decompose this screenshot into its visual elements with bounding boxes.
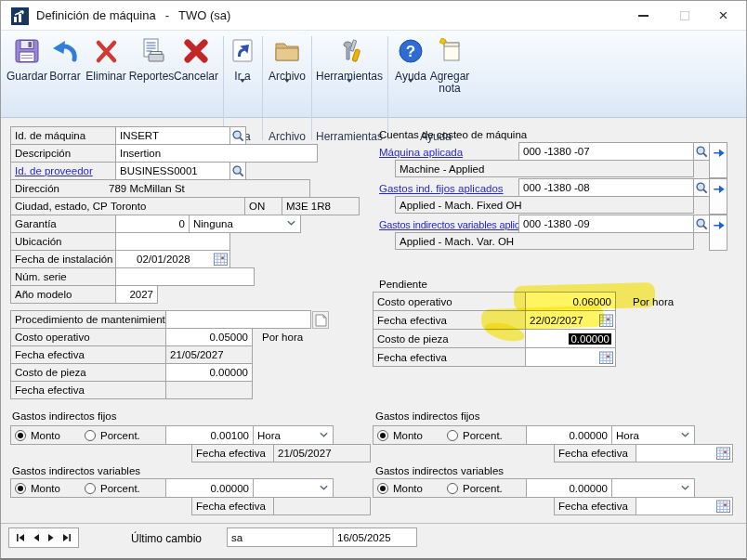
warranty-period-dropdown[interactable]: Ninguna [189,215,301,233]
description-label: Descripción [10,144,116,163]
var-oh-eff-label-left: Fecha efectiva [191,497,274,515]
calendar-icon[interactable] [214,253,228,266]
vendor-id-lookup-button[interactable] [229,162,246,180]
fixed-oh-unit-dropdown-left[interactable]: Hora [253,425,334,445]
eff-date2-label: Fecha efectiva [10,381,166,399]
cancel-button[interactable]: Cancelar [172,34,220,114]
next-record-icon[interactable] [46,532,57,543]
pending-op-cost-value: 0.06000 [572,296,611,307]
account-goto-button[interactable] [709,142,727,178]
piece-cost-field[interactable]: 0.00000 [165,363,253,382]
account-link-fixed-oh[interactable]: Gastos ind. fijos aplicados [379,183,504,194]
account-number-field[interactable]: 000 -1380 -09 [518,215,694,233]
install-date-label: Fecha de instalación [10,250,116,268]
statusbar-divider [1,523,746,524]
var-oh-value-field-right[interactable]: 0.00000 [526,478,612,498]
pending-eff-date-field[interactable]: 22/02/2027 [525,310,616,330]
var-oh-unit-dropdown-left[interactable] [253,478,334,498]
previous-record-icon[interactable] [31,532,42,543]
pending-piece-cost-field[interactable]: 0.00000 [525,329,616,348]
model-year-label-text: Año modelo [15,289,72,300]
calendar-icon[interactable] [716,447,730,460]
calendar-icon[interactable] [716,500,730,513]
add-note-button[interactable]: Agregarnota [425,34,475,114]
pending-eff-date2-field[interactable] [525,347,616,367]
account-goto-button[interactable] [709,178,727,215]
goto-button[interactable]: Ir a [226,34,259,114]
var-oh-eff-field-right[interactable] [636,497,733,515]
account-number-field[interactable]: 000 -1380 -08 [518,178,694,197]
porcent-radio[interactable] [447,430,458,441]
delete-button[interactable]: Eliminar [83,34,129,114]
reports-label: Reportes [127,71,176,83]
monto-radio-selected[interactable] [377,483,388,494]
state-value: ON [249,201,265,212]
monto-radio-selected[interactable] [15,483,26,494]
var-oh-unit-dropdown-right[interactable] [611,478,695,498]
serial-field[interactable] [115,267,255,286]
first-record-icon[interactable] [15,532,26,543]
minimize-icon [638,15,649,17]
calendar-icon[interactable] [599,314,613,327]
account-number-field[interactable]: 000 -1380 -07 [518,142,694,161]
monto-radio-selected[interactable] [15,430,26,441]
var-oh-value-field-left[interactable]: 0.00000 [165,478,254,498]
account-lookup-button[interactable] [693,178,710,197]
porcent-radio[interactable] [85,483,96,494]
add-note-label-line2: nota [439,82,460,95]
account-lookup-button[interactable] [693,215,710,233]
install-date-field[interactable]: 02/01/2028 [115,250,230,268]
procedure-label-text: Procedimiento de mantenimiento [15,314,166,325]
monto-radio-label: Monto [31,483,60,494]
address-label-text: Dirección [15,183,59,194]
porcent-radio-label: Porcent. [463,483,503,494]
save-button[interactable]: Guardar [4,34,50,114]
last-change-label: Último cambio [131,532,202,545]
account-link-machine-applied[interactable]: Máquina aplicada [379,147,463,158]
undo-icon [46,36,84,70]
vendor-id-field[interactable]: BUSINESS0001 [115,162,230,180]
description-field[interactable]: Insertion [115,144,318,163]
model-year-field[interactable]: 2027 [115,285,158,304]
monto-radio-label: Monto [393,483,423,494]
clear-button[interactable]: Borrar [46,34,84,114]
pending-op-cost-field[interactable]: 0.06000 [525,292,616,311]
chevron-down-icon [319,430,329,441]
fixed-oh-value-field-right[interactable]: 0.00000 [526,425,612,445]
reports-button[interactable]: Reportes [127,34,176,114]
file-button[interactable]: Archivo [265,34,309,114]
tools-button[interactable]: Herramientas [313,34,386,114]
procedure-field[interactable] [165,310,311,329]
procedure-note-button[interactable] [312,311,329,329]
porcent-radio[interactable] [447,483,458,494]
fixed-oh-radio-row-right: Monto Porcent. [373,425,527,445]
fixed-oh-eff-field-right[interactable] [636,444,733,462]
warranty-field[interactable]: 0 [115,215,190,233]
machine-id-field[interactable]: INSERT [115,126,230,145]
close-button[interactable]: × [702,1,744,30]
last-record-icon[interactable] [61,532,72,543]
serial-label: Núm. serie [10,267,116,286]
fixed-oh-value-left: 0.00100 [210,430,249,441]
window-title: Definición de máquina-TWO (sa) [36,8,230,22]
account-goto-button[interactable] [709,215,727,251]
minimize-button[interactable] [622,1,664,30]
add-note-label: Agregarnota [425,71,475,95]
account-link-variable-oh[interactable]: Gastos indirectos variables aplic [379,219,519,230]
account-lookup-button[interactable] [693,142,710,161]
last-change-user-field: sa [227,527,334,547]
window-title-app: Definición de máquina [36,8,156,22]
location-field[interactable] [115,232,230,251]
fixed-oh-value-field-left[interactable]: 0.00100 [165,425,254,445]
machine-id-lookup-button[interactable] [229,126,246,145]
fixed-oh-unit-dropdown-right[interactable]: Hora [611,425,695,445]
vendor-id-link[interactable]: Id. de proveedor [15,165,93,176]
fixed-overhead-title-right: Gastos indirectos fijos [375,410,480,422]
op-cost-field[interactable]: 0.05000 [165,328,253,346]
calendar-icon[interactable] [599,351,613,364]
monto-radio-selected[interactable] [377,430,388,441]
model-year-value: 2027 [129,289,153,300]
procedure-label: Procedimiento de mantenimiento [10,310,166,329]
porcent-radio[interactable] [85,430,96,441]
piece-cost-label: Costo de pieza [10,363,166,382]
